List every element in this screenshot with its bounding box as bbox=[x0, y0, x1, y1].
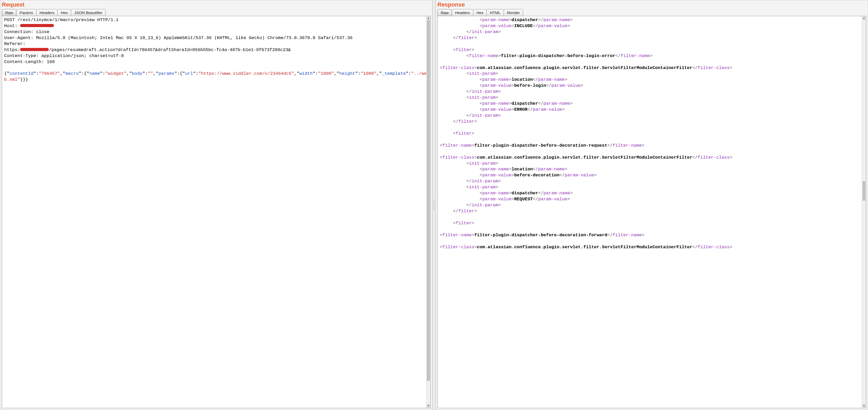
split-container: Request Raw Params Headers Hex JSON Beau… bbox=[0, 0, 868, 410]
request-tab-params[interactable]: Params bbox=[16, 9, 36, 16]
scroll-down-arrow-icon[interactable]: ▼ bbox=[862, 404, 866, 408]
response-scroll-thumb[interactable] bbox=[863, 181, 865, 201]
response-tab-html[interactable]: HTML bbox=[486, 9, 504, 16]
request-raw-text[interactable]: POST /rest/tinymce/1/macro/preview HTTP/… bbox=[2, 16, 430, 84]
response-tab-raw[interactable]: Raw bbox=[437, 9, 452, 16]
redacted-host bbox=[20, 24, 54, 27]
request-title: Request bbox=[0, 0, 432, 9]
response-scrollbar[interactable]: ▲ ▼ bbox=[862, 16, 866, 408]
request-tabs: Raw Params Headers Hex JSON Beautifier bbox=[0, 9, 432, 16]
panel-divider[interactable] bbox=[432, 0, 436, 410]
response-content[interactable]: <param-name>dispatcher</param-name> <par… bbox=[437, 16, 866, 408]
scroll-up-arrow-icon[interactable]: ▲ bbox=[862, 16, 866, 20]
response-tab-render[interactable]: Render bbox=[504, 9, 523, 16]
scroll-down-arrow-icon[interactable]: ▼ bbox=[427, 404, 430, 408]
request-scrollbar[interactable]: ▲ ▼ bbox=[426, 16, 430, 408]
response-tab-headers[interactable]: Headers bbox=[452, 9, 473, 16]
response-title: Response bbox=[436, 0, 868, 9]
request-scroll-thumb[interactable] bbox=[427, 20, 430, 381]
redacted-referer-host bbox=[20, 48, 49, 51]
request-content[interactable]: POST /rest/tinymce/1/macro/preview HTTP/… bbox=[2, 16, 431, 408]
scroll-up-arrow-icon[interactable]: ▲ bbox=[427, 16, 430, 20]
request-tab-headers[interactable]: Headers bbox=[36, 9, 58, 16]
response-raw-text[interactable]: <param-name>dispatcher</param-name> <par… bbox=[438, 16, 866, 251]
request-tab-hex[interactable]: Hex bbox=[57, 9, 71, 16]
response-tabs: Raw Headers Hex HTML Render bbox=[436, 9, 868, 16]
response-tab-hex[interactable]: Hex bbox=[473, 9, 487, 16]
request-tab-jsonbeautifier[interactable]: JSON Beautifier bbox=[71, 9, 106, 16]
request-tab-raw[interactable]: Raw bbox=[2, 9, 17, 16]
response-panel: Response Raw Headers Hex HTML Render <pa… bbox=[436, 0, 868, 410]
request-panel: Request Raw Params Headers Hex JSON Beau… bbox=[0, 0, 432, 410]
